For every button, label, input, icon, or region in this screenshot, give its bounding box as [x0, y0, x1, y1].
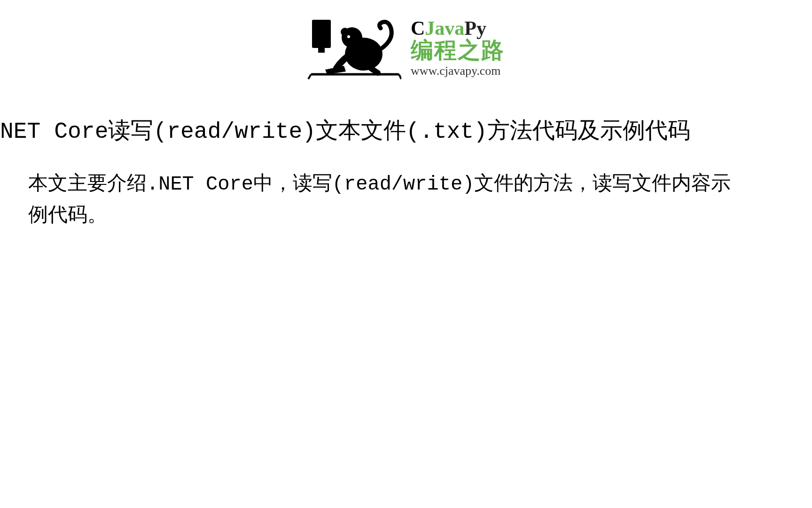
svg-rect-0: [312, 20, 331, 48]
article-title: NET Core读写(read/write)文本文件(.txt)方法代码及示例代…: [0, 96, 812, 169]
svg-point-8: [347, 35, 350, 38]
brand-py: Py: [464, 17, 486, 39]
svg-line-3: [308, 74, 311, 79]
svg-rect-1: [318, 48, 325, 53]
logo-cn-text: 编程之路: [411, 38, 505, 63]
brand-java: Java: [425, 17, 464, 39]
monkey-computer-icon: [307, 14, 401, 80]
logo-brand: CJavaPy: [411, 18, 486, 38]
article-body: 本文主要介绍.NET Core中，读写(read/write)文件的方法，读写文…: [0, 169, 771, 232]
brand-c: C: [411, 17, 425, 39]
logo-area: CJavaPy 编程之路 www.cjavapy.com: [0, 0, 812, 96]
logo-url: www.cjavapy.com: [411, 64, 501, 78]
logo-text-block: CJavaPy 编程之路 www.cjavapy.com: [411, 18, 505, 78]
svg-line-4: [399, 74, 401, 79]
logo-graphic: [307, 14, 401, 82]
svg-point-7: [341, 28, 349, 36]
